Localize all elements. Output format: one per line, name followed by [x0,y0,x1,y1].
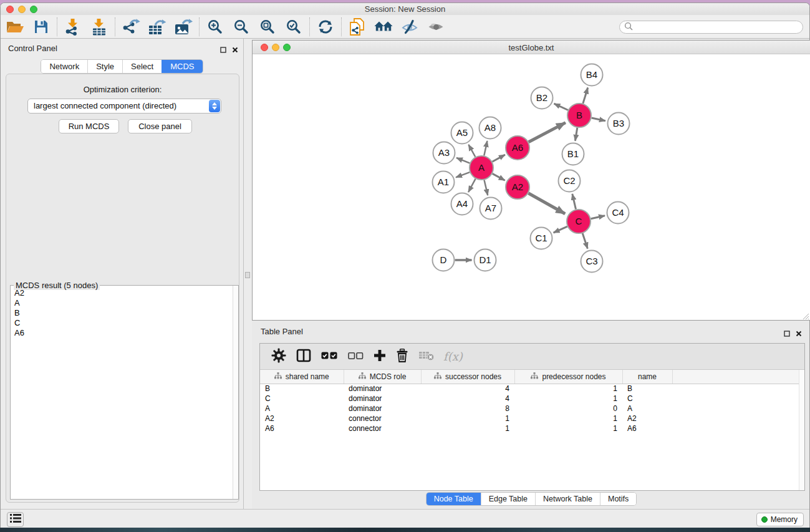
table-tab-edge-table[interactable]: Edge Table [481,493,535,505]
node-C3[interactable]: C3 [581,251,603,273]
tab-mcds[interactable]: MCDS [162,60,202,73]
column-header-MCDS-role[interactable]: MCDS role [344,370,421,384]
mcds-result-item[interactable]: A2 [14,288,232,298]
zoom-fit-button[interactable] [254,16,281,37]
open-session-button[interactable] [2,16,28,37]
delete-row-button[interactable] [391,346,413,368]
node-B4[interactable]: B4 [581,64,603,86]
zoom-in-button[interactable] [202,16,228,37]
node-A[interactable]: A [470,156,493,180]
node-C1[interactable]: C1 [531,228,552,249]
node-D1[interactable]: D1 [475,249,496,271]
close-table-panel-icon[interactable] [796,328,802,339]
column-header-successor-nodes[interactable]: successor nodes [421,370,514,384]
node-B1[interactable]: B1 [562,143,584,165]
mcds-result-item[interactable]: A6 [14,328,232,338]
node-B2[interactable]: B2 [531,87,553,109]
edge-C-C4[interactable] [591,216,605,219]
table-row[interactable]: Adominator80A [260,404,804,414]
node-C[interactable]: C [567,210,591,233]
float-table-panel-icon[interactable] [784,328,790,339]
table-row[interactable]: A6connector11A6 [260,423,804,433]
edge-A6-B[interactable] [529,123,566,142]
home-view-button[interactable] [370,16,397,37]
table-scrollbar[interactable] [799,370,804,490]
node-D[interactable]: D [433,249,455,271]
hide-selected-button[interactable] [397,16,423,37]
node-A6[interactable]: A6 [506,136,529,160]
edge-A-A5[interactable] [468,145,475,157]
export-image-button[interactable] [170,16,196,37]
split-divider-grip[interactable] [245,272,250,278]
function-builder-button[interactable]: f(x) [440,350,466,363]
columns-button[interactable] [291,346,316,368]
mcds-list-scrollbar[interactable] [233,286,238,499]
table-tab-node-table[interactable]: Node Table [427,493,481,505]
edge-C-C2[interactable] [572,194,576,210]
export-table-button[interactable] [144,16,170,37]
node-C4[interactable]: C4 [607,202,629,224]
window-resize-grip[interactable] [801,311,809,319]
close-panel-icon[interactable] [232,44,238,56]
zoom-out-button[interactable] [228,16,254,37]
edge-A-A8[interactable] [484,141,487,156]
mcds-result-item[interactable]: A [14,298,232,308]
tab-style[interactable]: Style [87,60,122,73]
network-canvas[interactable]: AA1A2A3A4A5A6A7A8BB1B2B3B4CC1C2C3C4DD1 [253,54,810,320]
edge-A-A1[interactable] [456,172,470,177]
float-panel-icon[interactable] [220,44,226,56]
node-A2[interactable]: A2 [506,175,529,199]
import-network-button[interactable] [60,16,86,37]
select-all-button[interactable] [316,346,343,368]
close-panel-button[interactable]: Close panel [128,119,192,133]
run-mcds-button[interactable]: Run MCDS [59,119,119,133]
search-input[interactable] [635,23,798,32]
edge-A-A3[interactable] [456,158,470,163]
node-C2[interactable]: C2 [559,170,581,192]
edge-A-A6[interactable] [493,155,505,162]
edge-A-A7[interactable] [485,180,488,196]
column-header-name[interactable]: name [622,370,672,384]
column-header-predecessor-nodes[interactable]: predecessor nodes [514,370,622,384]
table-row[interactable]: Cdominator41C [260,394,804,404]
mcds-result-item[interactable]: B [14,308,232,318]
node-B[interactable]: B [567,104,591,127]
node-A7[interactable]: A7 [480,198,502,220]
table-tab-motifs[interactable]: Motifs [600,493,636,505]
criterion-dropdown[interactable]: largest connected component (directed) [27,99,221,114]
tab-select[interactable]: Select [122,60,162,73]
mcds-result-item[interactable]: C [14,318,232,328]
new-network-from-selection-button[interactable] [344,16,370,37]
export-network-button[interactable] [118,16,144,37]
edge-A-A2[interactable] [493,173,505,180]
import-table-button[interactable] [86,16,112,37]
node-B3[interactable]: B3 [608,113,630,135]
column-header-shared-name[interactable]: shared name [260,370,344,384]
node-A5[interactable]: A5 [451,122,473,144]
show-panels-button[interactable] [7,512,24,527]
node-A8[interactable]: A8 [480,117,501,139]
edge-A2-C[interactable] [528,193,565,214]
edge-B-B1[interactable] [575,128,577,141]
deselect-all-button[interactable] [343,346,369,368]
settings-button[interactable] [266,346,291,368]
edge-B-B3[interactable] [592,118,605,121]
add-row-button[interactable] [369,346,391,368]
destroy-table-button[interactable] [413,346,440,368]
table-row[interactable]: A2connector11A2 [260,414,804,423]
table-tab-network-table[interactable]: Network Table [535,493,600,505]
table-row[interactable]: Bdominator41B [260,384,804,394]
node-A4[interactable]: A4 [451,193,473,215]
edge-B-B4[interactable] [583,88,588,104]
node-A3[interactable]: A3 [433,142,455,164]
node-A1[interactable]: A1 [433,172,455,193]
edge-C-C3[interactable] [582,233,587,249]
memory-button[interactable]: Memory [756,513,804,526]
edge-C-C1[interactable] [554,226,567,233]
show-all-button[interactable] [423,16,449,37]
edge-A-A4[interactable] [468,179,476,192]
tab-network[interactable]: Network [41,60,87,73]
edge-B-B2[interactable] [554,104,568,110]
save-session-button[interactable] [28,16,54,37]
zoom-selected-button[interactable] [281,16,307,37]
